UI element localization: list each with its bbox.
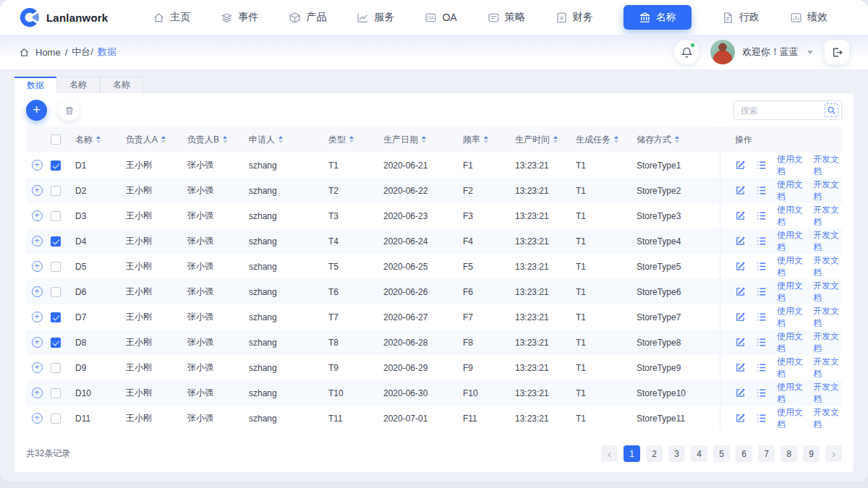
list-icon[interactable] [756,362,767,373]
row-checkbox[interactable] [51,312,61,322]
edit-icon[interactable] [735,185,746,196]
expand-row-icon[interactable]: + [32,337,43,348]
list-icon[interactable] [756,286,767,297]
list-icon[interactable] [756,236,767,247]
dev-doc-link[interactable]: 开发文档 [813,229,839,254]
column-header-owner-b[interactable]: 负责人B [187,134,249,146]
usage-doc-link[interactable]: 使用文档 [777,406,803,431]
column-header-name[interactable]: 名称 [75,134,126,146]
page-button-1[interactable]: 1 [624,445,640,462]
usage-doc-link[interactable]: 使用文档 [777,280,803,304]
page-button-2[interactable]: 2 [646,445,663,462]
nav-item-home[interactable]: 主页 [153,11,190,24]
dev-doc-link[interactable]: 开发文档 [813,356,839,380]
column-header-store[interactable]: 储存方式 [637,134,720,146]
select-all-checkbox[interactable] [51,134,61,145]
page-button-6[interactable]: 6 [736,445,752,462]
add-button[interactable]: + [26,100,47,121]
search-input[interactable] [741,106,825,116]
expand-row-icon[interactable]: + [32,362,43,373]
breadcrumb-section[interactable]: 中台/ [72,46,93,59]
list-icon[interactable] [756,312,767,322]
column-header-type[interactable]: 类型 [328,134,383,146]
edit-icon[interactable] [735,160,746,171]
edit-icon[interactable] [735,362,746,373]
tab-name-2[interactable]: 名称 [100,77,143,93]
nav-item-admin[interactable]: 行政 [722,11,760,24]
row-checkbox[interactable] [51,388,61,398]
list-icon[interactable] [756,337,767,348]
dev-doc-link[interactable]: 开发文档 [813,406,839,431]
dev-doc-link[interactable]: 开发文档 [813,254,839,279]
usage-doc-link[interactable]: 使用文档 [777,330,803,355]
column-header-task[interactable]: 生成任务 [576,134,637,146]
row-checkbox[interactable] [51,363,61,373]
list-icon[interactable] [756,413,767,424]
nav-item-oa[interactable]: OA OA [425,12,456,24]
page-button-8[interactable]: 8 [780,445,797,462]
dev-doc-link[interactable]: 开发文档 [813,153,839,178]
dev-doc-link[interactable]: 开发文档 [813,305,839,330]
page-button-3[interactable]: 3 [668,445,685,462]
page-button-9[interactable]: 9 [803,445,820,462]
tab-data[interactable]: 数据 [14,77,56,93]
edit-icon[interactable] [735,210,746,221]
expand-row-icon[interactable]: + [32,160,43,171]
edit-icon[interactable] [735,388,746,398]
column-header-date[interactable]: 生产日期 [383,134,463,146]
nav-item-product[interactable]: 产品 [289,11,326,24]
expand-row-icon[interactable]: + [32,236,43,247]
row-checkbox[interactable] [51,287,61,297]
expand-row-icon[interactable]: + [32,210,43,221]
breadcrumb-home[interactable]: Home [35,47,61,58]
expand-row-icon[interactable]: + [32,312,43,322]
column-header-frequency[interactable]: 频率 [463,134,515,146]
row-checkbox[interactable] [51,414,61,424]
row-checkbox[interactable] [51,160,61,171]
expand-row-icon[interactable]: + [32,261,43,272]
edit-icon[interactable] [735,286,746,297]
nav-item-services[interactable]: 服务 [357,11,394,24]
tab-name-1[interactable]: 名称 [56,77,100,93]
row-checkbox[interactable] [51,211,61,221]
logout-button[interactable] [825,40,849,64]
next-page-button[interactable]: › [825,445,842,462]
list-icon[interactable] [756,160,767,171]
edit-icon[interactable] [735,312,746,322]
expand-row-icon[interactable]: + [32,388,43,398]
expand-row-icon[interactable]: + [32,286,43,297]
prev-page-button[interactable]: ‹ [601,445,618,462]
nav-item-performance[interactable]: 绩效 [790,11,827,24]
dev-doc-link[interactable]: 开发文档 [813,179,839,203]
edit-icon[interactable] [735,337,746,348]
row-checkbox[interactable] [51,262,61,272]
edit-icon[interactable] [735,413,746,424]
column-header-applicant[interactable]: 申请人 [249,134,328,146]
list-icon[interactable] [756,210,767,221]
user-menu[interactable]: 欢迎你！蓝蓝 [710,40,813,64]
dev-doc-link[interactable]: 开发文档 [813,204,839,228]
list-icon[interactable] [756,261,767,272]
list-icon[interactable] [756,388,767,398]
list-icon[interactable] [756,185,767,196]
expand-row-icon[interactable]: + [32,185,43,196]
usage-doc-link[interactable]: 使用文档 [777,381,803,406]
nav-item-strategy[interactable]: 策略 [488,11,525,24]
expand-row-icon[interactable]: + [32,413,43,424]
row-checkbox[interactable] [51,186,61,196]
page-button-4[interactable]: 4 [691,445,707,462]
usage-doc-link[interactable]: 使用文档 [777,356,803,380]
delete-button[interactable] [59,100,80,121]
column-header-time[interactable]: 生产时间 [515,134,576,146]
usage-doc-link[interactable]: 使用文档 [777,179,803,203]
usage-doc-link[interactable]: 使用文档 [777,153,803,178]
usage-doc-link[interactable]: 使用文档 [777,254,803,279]
dev-doc-link[interactable]: 开发文档 [813,330,839,355]
usage-doc-link[interactable]: 使用文档 [777,305,803,330]
row-checkbox[interactable] [51,338,61,348]
search-button[interactable] [825,103,838,117]
row-checkbox[interactable] [51,236,61,247]
edit-icon[interactable] [735,236,746,247]
usage-doc-link[interactable]: 使用文档 [777,229,803,254]
dev-doc-link[interactable]: 开发文档 [813,381,839,406]
